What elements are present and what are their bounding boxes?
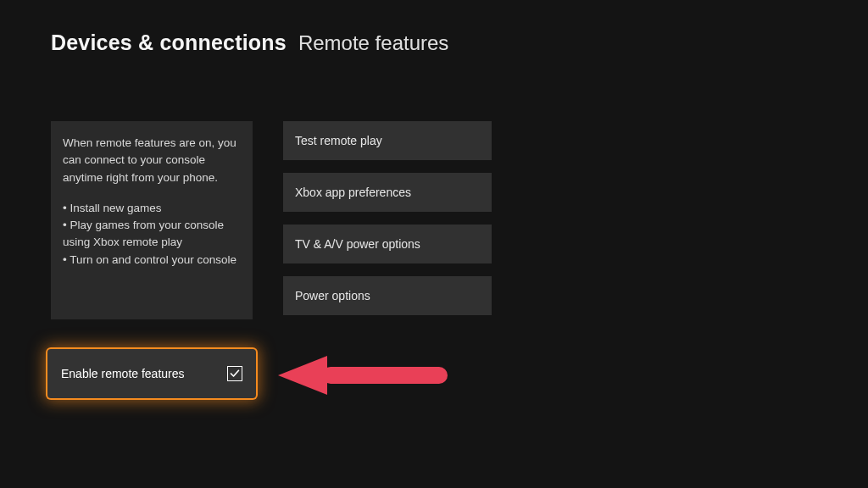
annotation-arrow-icon	[278, 354, 448, 396]
menu-item-power-options[interactable]: Power options	[283, 276, 492, 315]
checkmark-icon	[230, 369, 240, 379]
info-panel: When remote features are on, you can con…	[51, 121, 253, 319]
svg-marker-1	[278, 356, 327, 395]
enable-remote-features-row[interactable]: Enable remote features	[47, 349, 256, 398]
enable-remote-features-label: Enable remote features	[61, 367, 185, 380]
info-intro: When remote features are on, you can con…	[63, 135, 241, 186]
info-bullet: • Turn on and control your console	[63, 252, 241, 269]
content-area: When remote features are on, you can con…	[0, 55, 868, 319]
svg-rect-0	[322, 367, 448, 384]
menu-list: Test remote play Xbox app preferences TV…	[283, 121, 492, 315]
menu-item-tv-av-power-options[interactable]: TV & A/V power options	[283, 225, 492, 263]
page-subtitle: Remote features	[298, 31, 448, 55]
menu-item-test-remote-play[interactable]: Test remote play	[283, 121, 492, 160]
info-bullet: • Play games from your console using Xbo…	[63, 217, 241, 252]
menu-item-xbox-app-preferences[interactable]: Xbox app preferences	[283, 173, 492, 212]
info-bullet: • Install new games	[63, 200, 241, 217]
enable-remote-features-checkbox[interactable]	[227, 366, 242, 381]
page-title: Devices & connections	[51, 30, 287, 55]
page-header: Devices & connections Remote features	[0, 0, 868, 55]
